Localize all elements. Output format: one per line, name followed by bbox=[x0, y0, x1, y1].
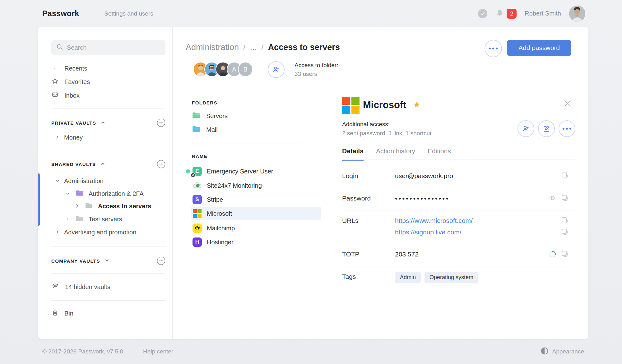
breadcrumb: Administration / ... / Access to servers bbox=[186, 43, 340, 52]
folder-mail[interactable]: Mail bbox=[192, 124, 218, 135]
folder-servers[interactable]: Servers bbox=[192, 110, 228, 122]
tag-operating-system[interactable]: Operating system bbox=[425, 272, 478, 283]
item-name: Microsoft bbox=[207, 210, 232, 217]
folder-authorization-2fa[interactable]: Authorization & 2FA bbox=[65, 188, 144, 199]
user-name[interactable]: Robert Smith bbox=[525, 10, 561, 17]
add-shared-vault-button[interactable] bbox=[157, 160, 165, 168]
invite-user-button[interactable] bbox=[268, 61, 285, 78]
topbar-divider bbox=[92, 7, 92, 20]
vault-label: Administration bbox=[64, 177, 104, 185]
unread-indicator-dot bbox=[186, 169, 190, 173]
more-actions-button[interactable] bbox=[559, 120, 575, 137]
show-password-eye-icon[interactable] bbox=[548, 194, 556, 203]
divider bbox=[342, 244, 575, 244]
chevron-down-icon bbox=[104, 258, 109, 264]
add-password-button[interactable]: Add password bbox=[507, 40, 571, 56]
list-item-site24x7[interactable]: Site24x7 Monitoring bbox=[191, 179, 321, 192]
list-item-hostinger[interactable]: H Hostinger bbox=[191, 235, 321, 249]
folder-label: Authorization & 2FA bbox=[89, 190, 144, 197]
add-company-vault-button[interactable] bbox=[157, 256, 165, 265]
section-title: PRIVATE VAULTS bbox=[51, 120, 96, 126]
access-label: Access to folder: bbox=[295, 62, 338, 69]
list-item-microsoft[interactable]: Microsoft bbox=[191, 207, 321, 220]
divider bbox=[51, 108, 165, 108]
microsoft-app-icon bbox=[193, 209, 202, 218]
share-access-button[interactable] bbox=[518, 120, 534, 137]
folder-label: Test servers bbox=[89, 216, 122, 223]
list-item-stripe[interactable]: S Stripe bbox=[191, 193, 321, 206]
sidebar-item-inbox[interactable]: Inbox bbox=[51, 90, 80, 101]
divider bbox=[192, 144, 303, 144]
page-title: Access to servers bbox=[268, 43, 340, 52]
notification-count-badge[interactable]: 2 bbox=[507, 9, 517, 19]
tags-label: Tags bbox=[342, 273, 356, 280]
edit-button[interactable] bbox=[538, 120, 555, 137]
sidebar: Recents Favorites Inbox PRIVATE VAULTS M… bbox=[38, 27, 173, 339]
copy-totp-icon[interactable] bbox=[561, 250, 569, 259]
add-private-vault-button[interactable] bbox=[157, 118, 165, 127]
section-title: SHARED VAULTS bbox=[51, 162, 96, 167]
item-name: Site24x7 Monitoring bbox=[207, 182, 262, 189]
sidebar-item-favorites[interactable]: Favorites bbox=[51, 76, 90, 87]
folder-more-actions-button[interactable] bbox=[485, 40, 502, 57]
copy-password-icon[interactable] bbox=[561, 194, 569, 203]
vault-label: Money bbox=[64, 134, 83, 141]
app-logo[interactable]: Passwork bbox=[42, 9, 79, 18]
copy-login-icon[interactable] bbox=[561, 172, 569, 181]
shared-vaults-header[interactable]: SHARED VAULTS bbox=[51, 160, 105, 168]
folder-icon bbox=[192, 112, 201, 121]
list-item-emergency-server-user[interactable]: E Emergency Server User bbox=[191, 164, 321, 178]
bell-icon[interactable] bbox=[495, 9, 504, 19]
topbar-subtitle[interactable]: Settings and users bbox=[104, 10, 153, 17]
folder-access-to-servers[interactable]: Access to servers bbox=[75, 201, 151, 211]
safety-check-icon[interactable] bbox=[478, 9, 487, 18]
folder-icon bbox=[85, 202, 93, 210]
additional-access-label: Additional access: bbox=[342, 121, 390, 128]
list-item-mailchimp[interactable]: Mailchimp bbox=[191, 221, 321, 235]
folder-test-servers[interactable]: Test servers bbox=[65, 214, 122, 224]
hostinger-app-icon: H bbox=[193, 237, 202, 247]
url-link-signup-live[interactable]: https://signup.live.com/ bbox=[395, 228, 462, 236]
stripe-app-icon: S bbox=[193, 195, 202, 204]
search-input[interactable] bbox=[67, 44, 160, 51]
copy-url-icon[interactable] bbox=[561, 228, 569, 237]
breadcrumb-ellipsis[interactable]: ... bbox=[250, 43, 257, 52]
sidebar-item-recents[interactable]: Recents bbox=[51, 63, 87, 74]
totp-timer-icon bbox=[549, 251, 556, 259]
url-link-microsoft[interactable]: https://www.microsoft.com/ bbox=[395, 217, 473, 224]
appearance-label: Appearance bbox=[552, 348, 584, 355]
favorite-star-icon[interactable] bbox=[413, 101, 421, 110]
tags-list: Admin Operating system bbox=[395, 272, 478, 283]
chevron-right-icon bbox=[75, 203, 79, 210]
hidden-vaults-toggle[interactable]: 14 hidden vaults bbox=[51, 281, 110, 293]
chevron-right-icon bbox=[55, 134, 60, 141]
login-value: user@passwork.pro bbox=[395, 172, 453, 180]
folder-icon bbox=[76, 215, 84, 223]
folder-members-avatars[interactable]: A B bbox=[193, 62, 253, 77]
close-icon[interactable] bbox=[562, 98, 573, 109]
item-name: Hostinger bbox=[207, 239, 234, 246]
additional-access-value: 2 sent password, 1 link, 1 shortcut bbox=[342, 130, 431, 137]
appearance-icon bbox=[541, 347, 549, 356]
appearance-toggle[interactable]: Appearance bbox=[541, 347, 584, 356]
divider bbox=[342, 188, 575, 188]
help-center-link[interactable]: Help center bbox=[143, 348, 173, 355]
sidebar-item-label: Inbox bbox=[64, 92, 80, 99]
eye-off-icon bbox=[51, 282, 59, 292]
vault-administration[interactable]: Administration bbox=[55, 176, 104, 186]
password-label: Password bbox=[342, 195, 371, 202]
user-avatar[interactable] bbox=[569, 6, 585, 22]
private-vaults-header[interactable]: PRIVATE VAULTS bbox=[51, 119, 105, 127]
copy-url-icon[interactable] bbox=[561, 216, 569, 226]
name-column-header: NAME bbox=[192, 154, 207, 159]
vault-advertising[interactable]: Advertising and promotion bbox=[55, 227, 136, 237]
access-count[interactable]: 33 users bbox=[295, 71, 338, 77]
breadcrumb-separator: / bbox=[261, 43, 264, 52]
search-box[interactable] bbox=[51, 40, 165, 55]
breadcrumb-administration[interactable]: Administration bbox=[186, 43, 239, 52]
sidebar-item-bin[interactable]: Bin bbox=[51, 308, 73, 319]
company-vaults-header[interactable]: COMPANY VAULTS bbox=[51, 257, 109, 265]
tag-admin[interactable]: Admin bbox=[395, 272, 421, 283]
hidden-vaults-label: 14 hidden vaults bbox=[65, 283, 110, 291]
vault-money[interactable]: Money bbox=[55, 132, 83, 143]
